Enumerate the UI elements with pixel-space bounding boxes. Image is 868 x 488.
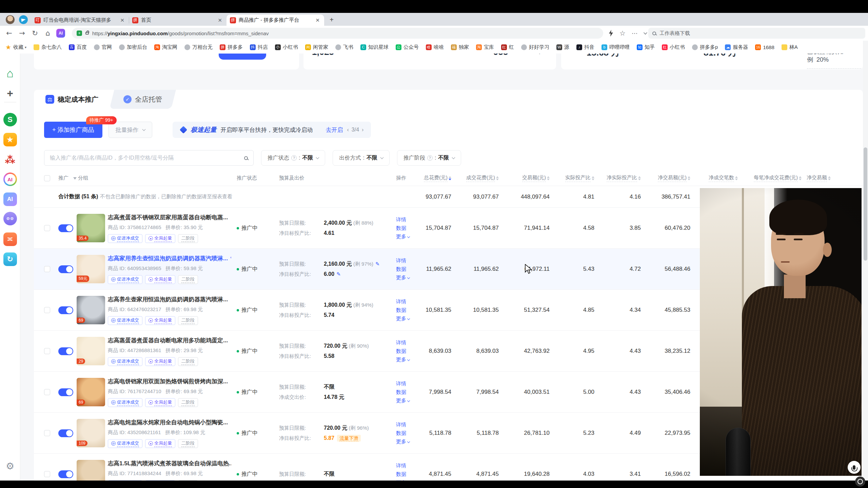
bookmark-14[interactable]: 啥啥啥 [426, 44, 444, 50]
row-toggle-on[interactable] [58, 429, 73, 437]
row-tag-0[interactable]: ⟳促进净成交 [108, 275, 142, 284]
row-action-1[interactable]: 数据 [396, 471, 420, 477]
bookmark-20[interactable]: ♪抖音 [576, 44, 594, 50]
bookmark-16[interactable]: 淘宝库 [476, 44, 494, 50]
col-num-0[interactable]: 总花费(元) [420, 175, 451, 182]
row-action-0[interactable]: 详情 [396, 217, 420, 223]
row-action-0[interactable]: 详情 [396, 340, 420, 346]
row-tag-1[interactable]: ♦全局起量 [145, 234, 175, 243]
bookmark-25[interactable]: ☁服务器 [725, 44, 748, 50]
col-num-7[interactable]: 每笔净成交花费(元) [738, 175, 802, 182]
sort-icon[interactable] [638, 176, 641, 180]
more-menu-icon[interactable]: ⋯ [632, 30, 637, 37]
edit-pencil-icon[interactable]: ✎ [375, 261, 380, 267]
banner-next-arrow[interactable]: › [362, 127, 363, 133]
sort-icon[interactable] [828, 176, 831, 180]
browser-tab-0[interactable]: 叮叮当会电商培训-淘宝天猫拼多✕ [31, 15, 129, 26]
row-action-2[interactable]: 更多 [396, 316, 420, 322]
bookmark-9[interactable]: 小小红书 [275, 44, 298, 50]
telegram-icon[interactable] [19, 15, 28, 24]
browser-profile-avatar[interactable] [5, 15, 15, 24]
banner-open-link[interactable]: 去开启 [326, 126, 343, 134]
bookmark-18[interactable]: 好好学习 [521, 44, 549, 50]
bookmark-3[interactable]: 官网 [94, 44, 112, 50]
metric-link-arrow-2[interactable]: › [571, 54, 573, 55]
browser-tab-1[interactable]: 拼首页✕ [129, 15, 226, 26]
col-num-4[interactable]: 净实际投产比 [594, 175, 641, 182]
bookmark-11[interactable]: 飞书 [335, 44, 353, 50]
sort-icon[interactable] [688, 176, 690, 180]
row-tag-1[interactable]: ♦全局起量 [145, 275, 175, 284]
row-checkbox[interactable] [44, 430, 50, 436]
bookmark-27[interactable]: 林A [782, 44, 798, 50]
group-filter-icon[interactable] [73, 177, 77, 180]
bookmark-8[interactable]: 抖抖店 [250, 44, 268, 50]
row-toggle-on[interactable] [58, 470, 73, 478]
row-toggle-on[interactable] [58, 224, 73, 232]
bookmark-15[interactable]: 福独家 [451, 44, 469, 50]
bookmark-24[interactable]: 拼多多p [692, 44, 718, 50]
page-scrollbar[interactable] [863, 41, 868, 481]
bookmark-19[interactable]: W源 [556, 44, 569, 50]
row-tag-1[interactable]: ♦全局起量 [145, 316, 175, 325]
bookmark-star-icon[interactable]: ☆ [619, 29, 626, 37]
row-tag-2[interactable]: 二阶段 [178, 316, 198, 325]
row-tag-0[interactable]: ⟳促进净成交 [108, 398, 142, 407]
bookmark-1[interactable]: 杂七杂八 [34, 44, 62, 50]
settings-gear-icon[interactable]: ⚙ [6, 461, 14, 472]
sort-icon[interactable] [449, 176, 451, 180]
tab-whole-store-hosting[interactable]: ✓ 全店托管 [110, 90, 176, 109]
row-tag-2[interactable]: 二阶段 [178, 439, 198, 448]
tab-close-icon[interactable]: ✕ [217, 17, 223, 23]
row-action-1[interactable]: 数据 [396, 430, 420, 436]
product-image[interactable]: 29 [77, 337, 105, 365]
product-image[interactable]: 35.4 [77, 214, 105, 242]
partial-blue-button[interactable] [219, 54, 266, 60]
browser-tab-2[interactable]: 拼商品推广 - 拼多多推广平台✕ [226, 15, 324, 26]
product-title[interactable]: 志高电饼铛家用双面加热烙饼锅煎饼烤肉加深... [108, 378, 231, 385]
row-action-2[interactable]: 更多 [396, 274, 420, 281]
filter-0[interactable]: 推广状态?:不限 [261, 150, 325, 166]
forward-button[interactable]: → [16, 29, 28, 37]
back-button[interactable]: ← [3, 29, 16, 37]
row-action-2[interactable]: 更多 [396, 439, 420, 445]
row-tag-0[interactable]: ⟳促进净成交 [108, 439, 142, 448]
bookmark-13[interactable]: 公公众号 [396, 44, 419, 50]
lightning-icon[interactable] [609, 30, 613, 37]
row-action-0[interactable]: 详情 [396, 463, 420, 469]
app-icon-robot[interactable]: ʘ ʘ [3, 212, 17, 225]
tab-close-icon[interactable]: ✕ [119, 17, 125, 23]
batch-operation-button[interactable]: 批量操作 [108, 122, 152, 138]
app-icon-pdd-app[interactable]: S [3, 113, 17, 126]
bookmark-2[interactable]: 百百度 [69, 44, 87, 50]
edit-pencil-icon[interactable]: ✎ [230, 256, 231, 261]
app-icon-ai-box[interactable]: AI [3, 192, 17, 206]
row-action-2[interactable]: 更多 [396, 233, 420, 240]
record-control-button[interactable] [855, 476, 865, 487]
app-icon-gamepad[interactable]: ≍ [3, 232, 17, 246]
row-tag-2[interactable]: 二阶段 [178, 275, 198, 284]
bookmark-17[interactable]: 红红 [501, 44, 514, 50]
new-tab-button[interactable]: + [327, 15, 336, 24]
row-tag-1[interactable]: ♦全局起量 [145, 439, 175, 448]
row-checkbox[interactable] [44, 471, 50, 477]
product-title[interactable]: 志高养生壶家用恒温泡奶温奶调奶器蒸汽喷淋... [108, 296, 231, 303]
product-title[interactable]: 志高蒸蛋器煮蛋器自动断电家用多功能鸡蛋定... [108, 337, 231, 344]
row-checkbox[interactable] [44, 389, 50, 395]
product-image[interactable]: 69 [77, 460, 105, 481]
row-action-2[interactable]: 更多 [396, 398, 420, 404]
row-checkbox[interactable] [44, 266, 50, 272]
tab-stable-cost-promotion[interactable]: ⚖ 稳定成本推广 [34, 90, 110, 109]
row-action-0[interactable]: 详情 [396, 258, 420, 264]
promotion-search-input[interactable]: 输入推广名/商品名/商品ID，多个ID用空格/逗号分隔 [44, 150, 254, 166]
metric-link-arrow[interactable]: › [520, 54, 522, 55]
bookmark-0[interactable]: ★收藏▾ [5, 44, 26, 50]
sort-icon[interactable] [799, 176, 802, 180]
sort-icon[interactable] [496, 176, 499, 180]
col-num-2[interactable]: 交易额(元) [499, 175, 550, 182]
sort-icon[interactable] [735, 176, 738, 180]
sort-icon[interactable] [547, 176, 550, 180]
row-checkbox[interactable] [44, 348, 50, 354]
filter-2[interactable]: 推广阶段?:不限 [397, 150, 461, 166]
sort-icon[interactable] [592, 176, 594, 180]
